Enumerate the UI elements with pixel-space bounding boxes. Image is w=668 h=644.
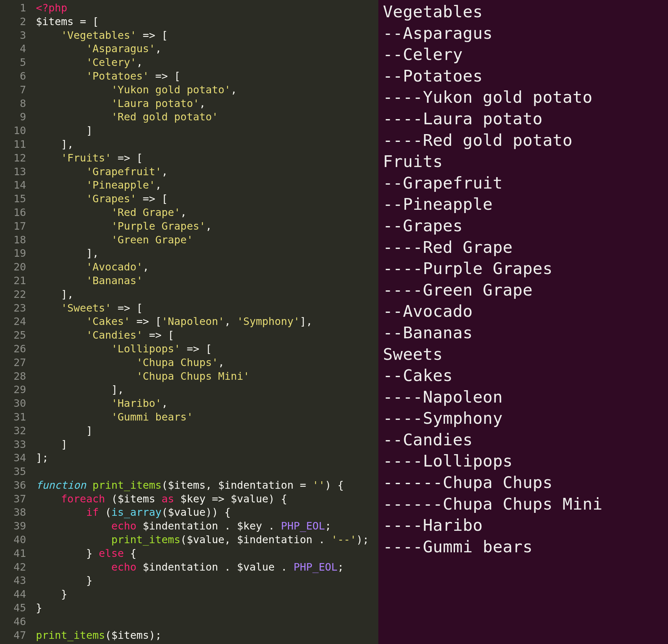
code-line[interactable]: ] (36, 424, 378, 438)
code-line[interactable] (36, 465, 378, 479)
token-op: } (36, 574, 92, 587)
token-op: ], (36, 247, 99, 259)
code-line[interactable]: ], (36, 246, 378, 260)
code-line[interactable]: ], (36, 138, 378, 151)
code-line[interactable]: 'Vegetables' => [ (36, 29, 378, 42)
code-line[interactable]: print_items($items); (36, 629, 378, 642)
line-number: 39 (0, 519, 26, 533)
code-line[interactable]: print_items($value, $indentation . '--')… (36, 533, 378, 547)
code-line[interactable] (36, 615, 378, 629)
token-op (174, 493, 180, 505)
token-op (36, 42, 86, 55)
code-line[interactable]: } (36, 574, 378, 587)
token-kw2: foreach (61, 493, 105, 505)
code-line[interactable]: echo $indentation . $key . PHP_EOL; (36, 519, 378, 533)
code-line[interactable]: $items = [ (36, 15, 378, 29)
code-line[interactable]: 'Candies' => [ (36, 329, 378, 342)
terminal-line: --Asparagus (383, 23, 665, 44)
code-line[interactable]: 'Fruits' => [ (36, 151, 378, 165)
code-content[interactable]: <?php$items = [ 'Vegetables' => [ 'Aspar… (36, 1, 378, 644)
token-str: 'Celery' (86, 56, 136, 69)
token-op: ( (99, 506, 111, 519)
line-number: 7 (0, 83, 26, 97)
code-line[interactable]: ]; (36, 451, 378, 465)
token-op: ) { (325, 479, 344, 491)
token-op (36, 110, 111, 123)
code-line[interactable]: } (36, 601, 378, 615)
code-line[interactable]: if (is_array($value)) { (36, 506, 378, 519)
line-number: 12 (0, 151, 26, 165)
token-op: , (224, 534, 237, 546)
code-line[interactable]: 'Green Grape' (36, 233, 378, 247)
code-line[interactable]: echo $indentation . $value . PHP_EOL; (36, 560, 378, 574)
code-line[interactable]: } (36, 587, 378, 601)
line-number: 2 (0, 15, 26, 29)
code-line[interactable]: 'Avocado', (36, 260, 378, 274)
code-line[interactable]: 'Chupa Chups Mini' (36, 370, 378, 383)
token-str: 'Chupa Chups Mini' (136, 370, 249, 383)
code-line[interactable]: 'Cakes' => ['Napoleon', 'Symphony'], (36, 315, 378, 329)
token-op: => (206, 493, 231, 505)
terminal-line: ----Symphony (383, 408, 665, 429)
token-str: 'Pineapple' (86, 179, 155, 191)
token-op (36, 329, 86, 341)
code-line[interactable]: 'Potatoes' => [ (36, 70, 378, 83)
token-op: } (36, 602, 42, 614)
code-line[interactable]: 'Lollipops' => [ (36, 342, 378, 356)
code-line[interactable]: 'Purple Grapes', (36, 220, 378, 233)
code-line[interactable]: ] (36, 438, 378, 451)
token-op: , (155, 42, 162, 55)
code-line[interactable]: ] (36, 124, 378, 138)
token-str: 'Bananas' (86, 274, 142, 287)
code-line[interactable]: ], (36, 383, 378, 397)
code-line[interactable]: 'Laura potato', (36, 97, 378, 110)
token-var: $indentation (143, 520, 218, 532)
code-line[interactable]: 'Bananas' (36, 274, 378, 288)
line-number: 28 (0, 370, 26, 383)
token-op: , (218, 356, 224, 369)
terminal-line: ----Haribo (383, 515, 665, 536)
token-op: ] (36, 124, 92, 137)
code-line[interactable]: 'Grapes' => [ (36, 192, 378, 206)
code-line[interactable]: 'Red Grape', (36, 206, 378, 220)
token-op: ]; (36, 451, 49, 464)
terminal-output[interactable]: Vegetables--Asparagus--Celery--Potatoes-… (378, 0, 668, 644)
code-editor[interactable]: 1234567891011121314151617181920212223242… (0, 0, 378, 644)
code-line[interactable]: 'Gummi bears' (36, 410, 378, 424)
code-line[interactable]: 'Haribo', (36, 397, 378, 410)
line-number: 45 (0, 601, 26, 615)
token-op (36, 520, 111, 532)
code-line[interactable]: 'Chupa Chups', (36, 356, 378, 370)
token-op (36, 302, 61, 314)
token-op: => [ (130, 315, 162, 328)
code-line[interactable]: foreach ($items as $key => $value) { (36, 492, 378, 506)
token-str: 'Yukon gold potato' (111, 84, 231, 96)
line-number: 5 (0, 56, 26, 70)
terminal-line: --Potatoes (383, 65, 665, 87)
code-line[interactable]: 'Pineapple', (36, 178, 378, 192)
line-number: 16 (0, 206, 26, 220)
token-var: $items (36, 15, 74, 28)
line-number: 4 (0, 42, 26, 56)
code-line[interactable]: 'Yukon gold potato', (36, 83, 378, 97)
token-op (36, 70, 86, 82)
token-op (36, 274, 86, 287)
code-line[interactable]: 'Grapefruit', (36, 165, 378, 179)
line-number: 26 (0, 342, 26, 356)
token-tag: <?php (36, 2, 67, 14)
code-line[interactable]: } else { (36, 547, 378, 560)
token-var: $indentation (237, 534, 313, 546)
terminal-line: ----Green Grape (383, 280, 665, 301)
line-number: 6 (0, 70, 26, 83)
code-line[interactable]: function print_items($items, $indentatio… (36, 479, 378, 492)
token-op: . (313, 534, 331, 546)
code-line[interactable]: 'Celery', (36, 56, 378, 70)
code-line[interactable]: ], (36, 288, 378, 301)
token-op: , (136, 56, 142, 69)
code-line[interactable]: 'Asparagus', (36, 42, 378, 56)
code-line[interactable]: 'Sweets' => [ (36, 301, 378, 315)
token-str: 'Cakes' (86, 315, 130, 328)
token-op: )) { (206, 506, 231, 519)
code-line[interactable]: <?php (36, 1, 378, 15)
code-line[interactable]: 'Red gold potato' (36, 110, 378, 124)
